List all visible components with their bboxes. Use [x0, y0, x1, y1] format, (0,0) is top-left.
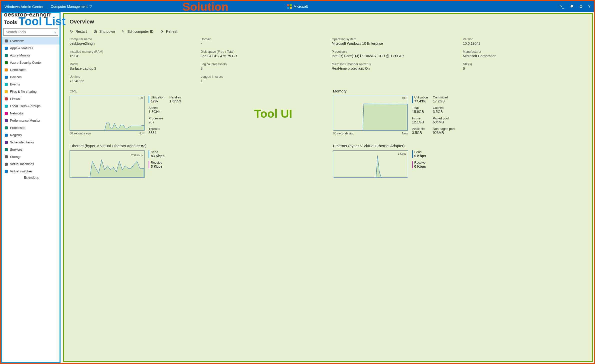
sidebar-item-label: Overview: [10, 39, 24, 43]
cpu-chart[interactable]: 100 0: [70, 96, 145, 131]
info-value: Microsoft Windows 10 Enterprise: [332, 41, 455, 45]
info-label: NIC(s): [463, 62, 586, 66]
memory-card: Memory 100 0 60 seconds ago Now: [333, 89, 587, 135]
mem-paged-value: 634MB: [433, 120, 455, 124]
search-input[interactable]: [6, 30, 54, 34]
sidebar-item-certificates[interactable]: Certificates: [2, 66, 60, 73]
brand: Microsoft: [287, 4, 308, 9]
tool-icon: [5, 39, 8, 43]
info-label: Domain: [201, 37, 324, 41]
tool-icon: [5, 133, 8, 137]
divider: [47, 4, 47, 9]
tool-icon: [5, 75, 8, 79]
info-logged-in-users: Logged in users1: [201, 75, 324, 83]
cpu-speed-label: Speed: [149, 106, 181, 110]
brand-label: Microsoft: [294, 4, 308, 8]
mem-nonpaged-label: Non-paged pool: [433, 127, 455, 131]
eth1-send-value: 83 Kbps: [151, 154, 164, 158]
info-label: Up time: [70, 75, 193, 78]
sidebar-item-firewall[interactable]: Firewall: [2, 95, 60, 102]
info-label: Logical processors: [201, 62, 324, 66]
refresh-button[interactable]: ⟳ Refresh: [160, 29, 178, 33]
cpu-speed-value: 1.3GHz: [149, 110, 181, 114]
solution-dropdown[interactable]: Computer Management ▽: [51, 4, 92, 8]
solution-name: Computer Management: [51, 4, 88, 8]
sidebar-item-events[interactable]: Events: [2, 81, 60, 88]
sidebar-item-networks[interactable]: Networks: [2, 110, 60, 117]
sidebar-item-label: Services: [10, 148, 23, 151]
info-value: Real-time protection: On: [332, 66, 455, 70]
shutdown-button[interactable]: ⏻ Shutdown: [93, 29, 115, 33]
info-computer-name: Computer namedesktop-e2hhgrr: [70, 37, 193, 45]
restart-button[interactable]: ↻ Restart: [70, 29, 87, 33]
sidebar-item-label: Local users & groups: [10, 104, 41, 108]
mem-nonpaged-value: 923MB: [433, 131, 455, 135]
help-icon[interactable]: ?: [588, 4, 590, 9]
eth2-send-value: 0 Kbps: [414, 154, 426, 158]
tool-icon: [5, 46, 8, 50]
sidebar-item-scheduled-tasks[interactable]: Scheduled tasks: [2, 139, 60, 146]
eth1-chart[interactable]: 200 Kbps: [70, 150, 145, 178]
sidebar-item-processes[interactable]: Processes: [2, 124, 60, 131]
info-processors: ProcessorsIntel(R) Core(TM) i7-1065G7 CP…: [332, 50, 455, 58]
info-value: -: [201, 41, 324, 45]
settings-gear-icon[interactable]: ⚙: [579, 4, 583, 9]
cpu-handles-label: Handles: [169, 96, 181, 99]
sidebar-item-local-users-groups[interactable]: Local users & groups: [2, 102, 60, 110]
tool-icon: [5, 141, 8, 144]
info-label: Manufacturer: [463, 50, 586, 53]
sidebar-item-performance-monitor[interactable]: Performance Monitor: [2, 117, 60, 124]
sidebar-item-storage[interactable]: Storage: [2, 153, 60, 160]
mem-committed-value: 17.2GB: [433, 99, 455, 103]
sidebar-item-virtual-machines[interactable]: Virtual machines: [2, 160, 60, 168]
eth2-chart[interactable]: 1 Kbps: [333, 150, 408, 178]
sidebar-item-label: Networks: [10, 111, 24, 115]
memory-chart[interactable]: 100 0: [333, 96, 408, 131]
sidebar-item-azure-security-center[interactable]: Azure Security Center: [2, 59, 60, 66]
restart-label: Restart: [76, 29, 87, 33]
info-value: 1: [201, 79, 324, 83]
info-disk-space-free-total-: Disk space (Free / Total)365.04 GB / 475…: [201, 50, 324, 58]
axis-right: Now: [402, 132, 408, 135]
sidebar-item-label: Azure Monitor: [10, 53, 30, 57]
sidebar-item-azure-monitor[interactable]: Azure Monitor: [2, 52, 60, 59]
sidebar-item-overview[interactable]: Overview: [2, 37, 60, 44]
sidebar-item-apps-features[interactable]: Apps & features: [2, 44, 60, 52]
tool-icon: [5, 148, 8, 151]
tool-list-sidebar: Tool List desktop-e2hhgrr Tools < ⌕ Over…: [1, 12, 61, 363]
eth1-yunit: 200 Kbps: [131, 154, 143, 157]
ethernet2-card: Ethernet (hyper-V Virtual Ethernet Adapt…: [333, 144, 587, 178]
sidebar-item-label: Firewall: [10, 97, 21, 101]
search-tools[interactable]: ⌕: [4, 28, 58, 36]
sidebar-item-devices[interactable]: Devices: [2, 73, 60, 81]
info-value: 8: [201, 66, 324, 70]
collapse-sidebar-icon[interactable]: <: [56, 20, 58, 24]
sidebar-item-files-file-sharing[interactable]: Files & file sharing: [2, 88, 60, 95]
tools-heading: Tools: [4, 19, 17, 25]
info-microsoft-defender-antivirus: Microsoft Defender AntivirusReal-time pr…: [332, 62, 455, 70]
axis-left: 60 seconds ago: [70, 132, 91, 135]
info-value: 10.0.19042: [463, 41, 586, 45]
sidebar-item-services[interactable]: Services: [2, 146, 60, 153]
edit-computer-id-button[interactable]: ✎ Edit computer ID: [121, 29, 153, 33]
sidebar-item-virtual-switches[interactable]: Virtual switches: [2, 168, 60, 175]
info-domain: Domain-: [201, 37, 324, 45]
sidebar-item-registry[interactable]: Registry: [2, 131, 60, 139]
info-label: Version: [463, 37, 586, 41]
mem-avail-label: Available: [412, 127, 428, 131]
tool-icon: [5, 162, 8, 166]
cpu-utilization-label: Utilization: [151, 96, 164, 99]
tool-icon: [5, 119, 8, 122]
app-header: Windows Admin Center Computer Management…: [1, 1, 594, 12]
sidebar-item-label: Performance Monitor: [10, 119, 40, 122]
notifications-icon[interactable]: 🔔︎: [570, 4, 574, 9]
info-operating-system: Operating systemMicrosoft Windows 10 Ent…: [332, 37, 455, 45]
chevron-down-icon: ▽: [90, 5, 92, 8]
eth2-title: Ethernet (hyper-V Virtual Ethernet Adapt…: [333, 144, 587, 148]
sidebar-item-label: Devices: [10, 75, 22, 79]
tool-icon: [5, 170, 8, 173]
tool-icon: [5, 83, 8, 86]
powershell-icon[interactable]: >_: [560, 4, 564, 9]
info-value: Intel(R) Core(TM) i7-1065G7 CPU @ 1.30GH…: [332, 54, 455, 58]
search-icon: ⌕: [54, 30, 56, 34]
